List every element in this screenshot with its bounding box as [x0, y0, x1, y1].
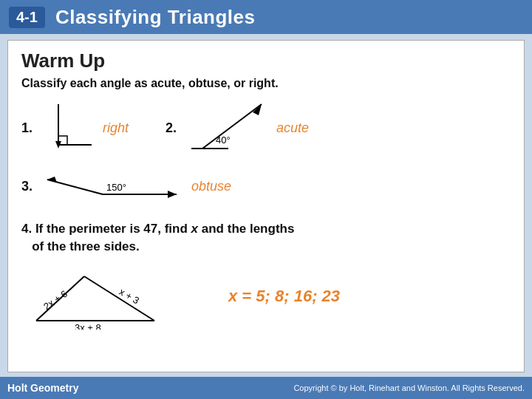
problem-1-answer: right: [103, 120, 129, 136]
header-title: Classifying Triangles: [55, 6, 256, 29]
svg-marker-11: [168, 191, 177, 198]
lesson-badge: 4-1: [9, 7, 45, 28]
svg-line-16: [84, 276, 154, 321]
instruction: Classify each angle as acute, obtuse, or…: [21, 77, 511, 90]
problem-4-text-indent: of the three sides.: [21, 239, 140, 253]
svg-text:40°: 40°: [216, 134, 231, 146]
warm-up-title: Warm Up: [21, 50, 511, 72]
header: 4-1 Classifying Triangles: [0, 0, 532, 34]
problem-1-figure: [44, 100, 95, 156]
footer-left: Holt Geometry: [7, 382, 78, 394]
svg-text:x + 3: x + 3: [117, 286, 141, 306]
problem-2-figure: 40°: [188, 100, 269, 156]
problems-row-1-2: 1. right 2.: [21, 100, 511, 156]
svg-text:3x + 8: 3x + 8: [75, 322, 101, 330]
problem-4-answer: x = 5; 8; 16; 23: [228, 287, 340, 306]
problem-3-number: 3.: [21, 179, 36, 194]
problem-1-number: 1.: [21, 120, 36, 136]
problem-4-text-pre: 4. If the perimeter is 47, find x and th…: [21, 222, 294, 236]
problem-4: 4. If the perimeter is 47, find x and th…: [21, 220, 511, 330]
svg-line-4: [202, 104, 262, 149]
content-area: Warm Up Classify each angle as acute, ob…: [7, 40, 525, 372]
problem-3-answer: obtuse: [191, 179, 231, 194]
problem-2: 2. 40° acute: [166, 100, 309, 156]
footer-right: Copyright © by Holt, Rinehart and Winsto…: [293, 383, 525, 392]
problem-4-bottom: 2x + 6 x + 3 3x + 8 x = 5; 8; 16; 23: [21, 263, 511, 330]
problem-3-row: 3. 150° obtuse: [21, 166, 511, 207]
svg-marker-9: [47, 177, 57, 183]
problem-2-number: 2.: [166, 120, 180, 136]
svg-text:150°: 150°: [106, 182, 126, 193]
problem-1: 1. right: [21, 100, 129, 156]
problem-4-text: 4. If the perimeter is 47, find x and th…: [21, 220, 511, 256]
problem-4-figure: 2x + 6 x + 3 3x + 8: [21, 263, 184, 330]
footer: Holt Geometry Copyright © by Holt, Rineh…: [0, 377, 532, 399]
svg-text:2x + 6: 2x + 6: [41, 287, 69, 312]
problem-4-italic: x: [191, 222, 198, 236]
problem-2-answer: acute: [276, 120, 309, 136]
problem-3-figure: 150°: [44, 166, 184, 207]
